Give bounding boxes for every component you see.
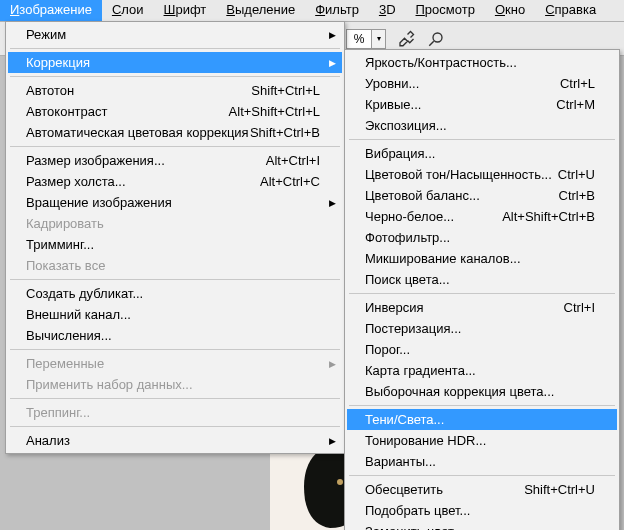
menu-item-curves[interactable]: Кривые...Ctrl+M [347, 94, 617, 115]
zoom-dropdown-icon[interactable]: ▾ [372, 29, 386, 49]
menu-item-desaturate[interactable]: ОбесцветитьShift+Ctrl+U [347, 479, 617, 500]
menu-item-image-rotation[interactable]: Вращение изображения [8, 192, 342, 213]
menu-item-gradient-map[interactable]: Карта градиента... [347, 360, 617, 381]
svg-point-3 [337, 479, 343, 485]
menu-item-mode[interactable]: Режим [8, 24, 342, 45]
separator [349, 475, 615, 476]
menu-item-trim[interactable]: Тримминг... [8, 234, 342, 255]
menu-item-autocontrast[interactable]: АвтоконтрастAlt+Shift+Ctrl+L [8, 101, 342, 122]
menu-item-duplicate[interactable]: Создать дубликат... [8, 283, 342, 304]
separator [10, 279, 340, 280]
menu-item-analysis[interactable]: Анализ [8, 430, 342, 451]
menu-item-variables: Переменные [8, 353, 342, 374]
menu-item-reveal-all: Показать все [8, 255, 342, 276]
separator [10, 146, 340, 147]
menu-image[interactable]: Изображение [0, 0, 102, 21]
menu-view[interactable]: Просмотр [406, 0, 485, 21]
menu-3d[interactable]: 3D [369, 0, 406, 21]
menu-item-trap: Треппинг... [8, 402, 342, 423]
menu-item-canvas-size[interactable]: Размер холста...Alt+Ctrl+C [8, 171, 342, 192]
menu-item-image-size[interactable]: Размер изображения...Alt+Ctrl+I [8, 150, 342, 171]
menu-select[interactable]: Выделение [216, 0, 305, 21]
separator [10, 76, 340, 77]
zoom-percent-box[interactable]: % [346, 29, 372, 49]
separator [349, 405, 615, 406]
menu-item-match-color[interactable]: Подобрать цвет... [347, 500, 617, 521]
menu-item-threshold[interactable]: Порог... [347, 339, 617, 360]
menu-item-autotone[interactable]: АвтотонShift+Ctrl+L [8, 80, 342, 101]
menu-item-hdr-toning[interactable]: Тонирование HDR... [347, 430, 617, 451]
separator [10, 349, 340, 350]
menu-item-channel-mixer[interactable]: Микширование каналов... [347, 248, 617, 269]
menu-item-apply-image[interactable]: Внешний канал... [8, 304, 342, 325]
menu-item-hue-saturation[interactable]: Цветовой тон/Насыщенность...Ctrl+U [347, 164, 617, 185]
menu-item-color-balance[interactable]: Цветовой баланс...Ctrl+B [347, 185, 617, 206]
separator [10, 398, 340, 399]
menu-item-variations[interactable]: Варианты... [347, 451, 617, 472]
menu-item-apply-dataset: Применить набор данных... [8, 374, 342, 395]
separator [349, 139, 615, 140]
adjustments-submenu: Яркость/Контрастность... Уровни...Ctrl+L… [344, 49, 620, 530]
menu-item-replace-color[interactable]: Заменить цвет... [347, 521, 617, 530]
menu-item-color-lookup[interactable]: Поиск цвета... [347, 269, 617, 290]
pen-icon[interactable] [424, 27, 448, 51]
menu-item-exposure[interactable]: Экспозиция... [347, 115, 617, 136]
menu-item-photo-filter[interactable]: Фотофильтр... [347, 227, 617, 248]
menu-filter[interactable]: Фильтр [305, 0, 369, 21]
menu-item-invert[interactable]: ИнверсияCtrl+I [347, 297, 617, 318]
menu-layers[interactable]: Слои [102, 0, 154, 21]
pen-check-icon[interactable] [394, 27, 418, 51]
separator [10, 426, 340, 427]
separator [349, 293, 615, 294]
menu-item-adjustments[interactable]: Коррекция [8, 52, 342, 73]
menu-item-autocolor[interactable]: Автоматическая цветовая коррекцияShift+C… [8, 122, 342, 143]
menu-font[interactable]: Шрифт [154, 0, 217, 21]
menu-help[interactable]: Справка [535, 0, 606, 21]
menu-item-crop: Кадрировать [8, 213, 342, 234]
menu-item-selective-color[interactable]: Выборочная коррекция цвета... [347, 381, 617, 402]
menu-item-posterize[interactable]: Постеризация... [347, 318, 617, 339]
image-menu-dropdown: Режим Коррекция АвтотонShift+Ctrl+L Авто… [5, 21, 345, 454]
menu-item-brightness-contrast[interactable]: Яркость/Контрастность... [347, 52, 617, 73]
menu-window[interactable]: Окно [485, 0, 535, 21]
menu-item-calculations[interactable]: Вычисления... [8, 325, 342, 346]
menubar: Изображение Слои Шрифт Выделение Фильтр … [0, 0, 624, 22]
menu-item-levels[interactable]: Уровни...Ctrl+L [347, 73, 617, 94]
menu-item-vibrance[interactable]: Вибрация... [347, 143, 617, 164]
menu-item-black-white[interactable]: Черно-белое...Alt+Shift+Ctrl+B [347, 206, 617, 227]
svg-point-0 [433, 33, 442, 42]
menu-item-shadows-highlights[interactable]: Тени/Света... [347, 409, 617, 430]
separator [10, 48, 340, 49]
